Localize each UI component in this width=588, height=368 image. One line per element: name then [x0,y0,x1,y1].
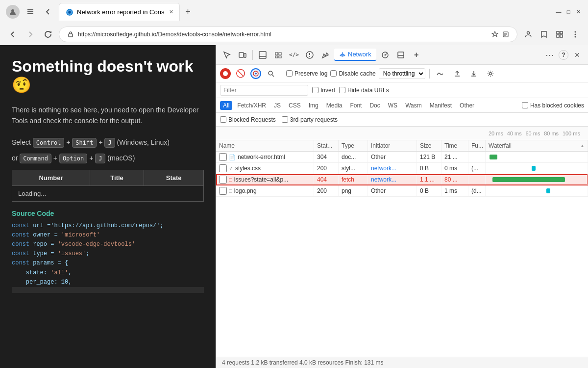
star-icon[interactable] [491,31,498,38]
search-network-btn[interactable] [264,67,278,80]
invert-checkbox-label[interactable]: Invert [312,87,335,94]
col-type-header[interactable]: Type [339,140,368,151]
horizontal-scrollbar[interactable] [12,287,204,293]
third-party-checkbox[interactable] [282,116,288,123]
col-time-header[interactable]: Time [441,140,468,151]
has-blocked-cookies-label[interactable]: Has blocked cookies [522,102,584,109]
record-button[interactable] [220,68,231,79]
back-nav-button[interactable] [6,27,20,41]
hide-data-urls-checkbox-label[interactable]: Hide data URLs [339,87,389,94]
filter-type-fetch-xhr[interactable]: Fetch/XHR [234,101,269,110]
size-cell: 121 B [417,152,441,162]
network-tab[interactable]: Network [334,49,376,61]
table-row[interactable]: □ issues?state=all&p... 404 fetch networ… [216,174,588,185]
fu-cell [468,152,486,162]
forward-nav-button[interactable] [24,27,37,41]
filter-type-img[interactable]: Img [306,101,321,110]
console-drawer-btn[interactable] [256,48,270,62]
filter-type-wasm[interactable]: Wasm [402,101,425,110]
filter-type-js[interactable]: JS [271,101,284,110]
edge-favicon-icon [65,8,74,17]
filter-type-font[interactable]: Font [347,101,365,110]
more-tabs-btn[interactable]: + [410,48,423,62]
profile-avatar[interactable] [6,5,20,19]
devtools-more-btn[interactable]: ⋯ [543,48,557,62]
new-tab-button[interactable]: + [181,5,195,19]
performance-tab-btn[interactable] [378,48,392,62]
drawer-toggle-btn[interactable] [394,48,408,62]
elements-tab-btn[interactable] [271,48,285,62]
table-row[interactable]: ✓ styles.css 200 styl... network... 0 B … [216,163,588,174]
filter-type-manifest[interactable]: Manifest [427,101,455,110]
row-checkbox[interactable] [219,153,227,161]
instructions-text: Select Control + Shift + J (Windows, Lin… [12,138,204,146]
maximize-button[interactable]: □ [564,8,572,16]
row-checkbox[interactable] [219,187,227,195]
preserve-log-checkbox[interactable] [286,70,293,77]
inspect-element-btn[interactable] [220,48,234,62]
network-download-btn[interactable] [467,67,481,80]
col-fu-header[interactable]: Fu... [468,140,486,151]
filter-type-css[interactable]: CSS [286,101,304,110]
tab-close-button[interactable]: ✕ [169,9,173,15]
filter-type-ws[interactable]: WS [385,101,400,110]
filter-type-all[interactable]: All [220,101,232,110]
minimize-button[interactable]: — [555,8,563,16]
close-button[interactable]: ✕ [574,8,582,16]
name-cell[interactable]: ✓ styles.css [216,163,314,174]
clear-network-btn[interactable]: 🚫 [234,67,247,80]
preserve-log-checkbox-label[interactable]: Preserve log [286,70,327,77]
disable-cache-checkbox[interactable] [330,70,337,77]
sidebar-toggle[interactable] [24,5,37,19]
favorites-btn[interactable] [537,27,551,41]
network-settings-btn[interactable] [484,67,497,80]
back-button[interactable] [41,5,55,19]
blocked-requests-checkbox[interactable] [220,116,226,123]
col-status-header[interactable]: Stat... [314,140,339,151]
plus4: + [89,154,95,162]
sources-tab-btn[interactable]: </> [287,48,301,62]
name-cell[interactable]: □ issues?state=all&p... [216,174,314,185]
address-input[interactable]: https://microsoftedge.github.io/Demos/de… [59,26,517,42]
disable-cache-checkbox-label[interactable]: Disable cache [330,70,375,77]
filter-type-other[interactable]: Other [457,101,477,110]
name-cell[interactable]: 📄 network-error.html [216,152,314,162]
refresh-button[interactable] [41,27,55,41]
filter-input[interactable] [220,85,308,96]
third-party-label[interactable]: 3rd-party requests [282,116,338,123]
filter-type-media[interactable]: Media [323,101,345,110]
col-state: State [144,170,204,185]
initiator-cell[interactable]: network... [368,174,417,185]
reader-icon[interactable] [502,31,509,38]
invert-checkbox[interactable] [312,87,318,93]
filter-type-doc[interactable]: Doc [367,101,383,110]
table-row[interactable]: □ logo.png 200 png Other 0 B 1 ms (d... [216,185,588,197]
row-checkbox[interactable] [219,164,227,172]
throttle-select[interactable]: No throttling Fast 3G Slow 3G Offline [379,68,425,79]
fu-cell: (d... [468,185,486,196]
col-name-header[interactable]: Name [216,140,314,151]
active-tab[interactable]: Network error reported in Cons ✕ [59,3,180,21]
collections-btn[interactable] [553,27,566,41]
initiator-cell[interactable]: network... [368,163,417,174]
table-row[interactable]: 📄 network-error.html 304 doc... Other 12… [216,152,588,163]
hide-data-urls-checkbox[interactable] [339,87,345,93]
filter-network-btn[interactable] [250,68,261,79]
devtools-help-btn[interactable]: ? [559,50,568,60]
initiator-cell: Other [368,185,417,196]
blocked-requests-label[interactable]: Blocked Requests [220,116,276,123]
devtools-close-btn[interactable]: ✕ [570,48,584,62]
network-online-btn[interactable] [434,67,447,80]
device-emulation-btn[interactable] [236,48,249,62]
col-waterfall-header[interactable]: Waterfall ▲ [486,140,588,151]
col-initiator-header[interactable]: Initiator [368,140,417,151]
console-tab-btn[interactable] [303,48,317,62]
performance-monitor-btn[interactable] [318,48,332,62]
has-blocked-cookies-checkbox[interactable] [522,102,528,108]
name-cell[interactable]: □ logo.png [216,185,314,196]
row-checkbox[interactable] [219,176,227,184]
more-options-btn[interactable] [568,27,582,41]
col-size-header[interactable]: Size [417,140,441,151]
network-upload-btn[interactable] [450,67,464,80]
profile-btn[interactable] [521,27,535,41]
